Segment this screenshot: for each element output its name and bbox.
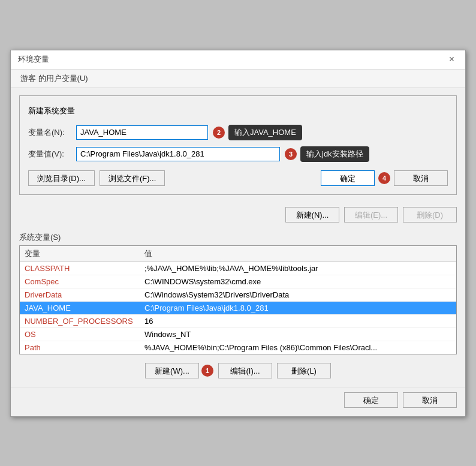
name-tooltip-text: 输入JAVA_HOME <box>228 125 302 140</box>
sys-edit-button[interactable]: 编辑(I)... <box>218 363 272 378</box>
step-3-circle: 3 <box>285 148 297 160</box>
browse-dir-button[interactable]: 浏览目录(D)... <box>28 170 95 186</box>
table-row[interactable]: NUMBER_OF_PROCESSORS16 <box>20 314 456 327</box>
new-var-buttons-row: 浏览目录(D)... 浏览文件(F)... 确定 4 取消 <box>28 170 448 186</box>
val-cell: Windows_NT <box>140 327 456 341</box>
table-row[interactable]: JAVA_HOMEC:\Program Files\Java\jdk1.8.0_… <box>20 301 456 314</box>
environment-variables-window: 环境变量 × 游客 的用户变量(U) 新建系统变量 变量名(N): 2 输入JA… <box>10 50 466 417</box>
val-cell: %JAVA_HOME%\bin;C:\Program Files (x86)\C… <box>140 341 456 354</box>
var-cell: Path <box>20 341 140 354</box>
var-cell: DriverData <box>20 288 140 301</box>
var-cell: ComSpec <box>20 275 140 288</box>
step-1-circle: 1 <box>201 365 213 377</box>
bottom-cancel-button[interactable]: 取消 <box>403 392 457 408</box>
sys-variables-header: 系统变量(S) <box>11 227 465 245</box>
sys-var-table-wrap: 变量 值 CLASSPATH;%JAVA_HOME%\lib;%JAVA_HOM… <box>19 245 457 354</box>
val-cell: C:\Windows\System32\Drivers\DriverData <box>140 288 456 301</box>
bottom-ok-button[interactable]: 确定 <box>344 392 398 408</box>
sys-var-table: 变量 值 CLASSPATH;%JAVA_HOME%\lib;%JAVA_HOM… <box>20 246 456 354</box>
user-delete-button[interactable]: 删除(D) <box>403 207 457 223</box>
col-val-header: 值 <box>140 246 456 262</box>
value-tooltip-badge: 3 输入jdk安装路径 <box>285 146 369 162</box>
close-button[interactable]: × <box>445 53 458 65</box>
value-row: 变量值(V): 3 输入jdk安装路径 <box>28 146 448 162</box>
table-row[interactable]: Path%JAVA_HOME%\bin;C:\Program Files (x8… <box>20 341 456 354</box>
sys-variables-label: 系统变量(S) <box>19 233 61 242</box>
name-tooltip-badge: 2 输入JAVA_HOME <box>213 125 302 140</box>
val-cell: C:\WINDOWS\system32\cmd.exe <box>140 275 456 288</box>
sys-delete-button[interactable]: 删除(L) <box>277 363 331 378</box>
val-cell: 16 <box>140 314 456 327</box>
val-cell: ;%JAVA_HOME%\lib;%JAVA_HOME%\lib\tools.j… <box>140 261 456 275</box>
user-new-button[interactable]: 新建(N)... <box>285 207 339 223</box>
col-var-header: 变量 <box>20 246 140 262</box>
sys-var-table-scroll[interactable]: 变量 值 CLASSPATH;%JAVA_HOME%\lib;%JAVA_HOM… <box>20 246 456 354</box>
bottom-buttons: 确定 取消 <box>11 387 465 416</box>
step-4-circle: 4 <box>378 172 390 184</box>
user-edit-button[interactable]: 编辑(E)... <box>344 207 398 223</box>
title-bar: 环境变量 × <box>11 50 465 70</box>
value-label: 变量值(V): <box>28 149 76 160</box>
sys-new-button[interactable]: 新建(W)... <box>145 363 199 378</box>
new-system-variable-dialog: 新建系统变量 变量名(N): 2 输入JAVA_HOME 变量值(V): 3 输… <box>19 95 457 195</box>
new-var-dialog-title: 新建系统变量 <box>28 106 448 116</box>
name-input-wrap: 2 输入JAVA_HOME <box>76 125 448 140</box>
window-title: 环境变量 <box>18 54 49 65</box>
value-tooltip-text: 输入jdk安装路径 <box>300 146 369 162</box>
user-variables-header: 游客 的用户变量(U) <box>11 70 465 88</box>
name-input[interactable] <box>76 125 208 140</box>
left-buttons: 浏览目录(D)... 浏览文件(F)... <box>28 170 316 186</box>
step-2-circle: 2 <box>213 127 225 139</box>
name-label: 变量名(N): <box>28 127 76 138</box>
browse-file-button[interactable]: 浏览文件(F)... <box>100 170 165 186</box>
table-row[interactable]: DriverDataC:\Windows\System32\Drivers\Dr… <box>20 288 456 301</box>
value-input-wrap: 3 输入jdk安装路径 <box>76 146 448 162</box>
var-cell: OS <box>20 327 140 341</box>
sys-var-toolbar: 新建(W)... 1 编辑(I)... 删除(L) <box>11 358 465 384</box>
val-cell: C:\Program Files\Java\jdk1.8.0_281 <box>140 301 456 314</box>
var-cell: NUMBER_OF_PROCESSORS <box>20 314 140 327</box>
confirm-buttons: 确定 4 取消 <box>321 170 448 186</box>
table-row[interactable]: OSWindows_NT <box>20 327 456 341</box>
table-header-row: 变量 值 <box>20 246 456 262</box>
user-var-toolbar: 新建(N)... 编辑(E)... 删除(D) <box>11 202 465 227</box>
var-cell: JAVA_HOME <box>20 301 140 314</box>
new-var-cancel-button[interactable]: 取消 <box>394 170 448 186</box>
name-row: 变量名(N): 2 输入JAVA_HOME <box>28 125 448 140</box>
user-variables-label: 游客 的用户变量(U) <box>20 74 88 83</box>
value-input[interactable] <box>76 147 280 161</box>
new-var-ok-button[interactable]: 确定 <box>321 170 375 186</box>
var-cell: CLASSPATH <box>20 261 140 275</box>
table-row[interactable]: ComSpecC:\WINDOWS\system32\cmd.exe <box>20 275 456 288</box>
table-row[interactable]: CLASSPATH;%JAVA_HOME%\lib;%JAVA_HOME%\li… <box>20 261 456 275</box>
